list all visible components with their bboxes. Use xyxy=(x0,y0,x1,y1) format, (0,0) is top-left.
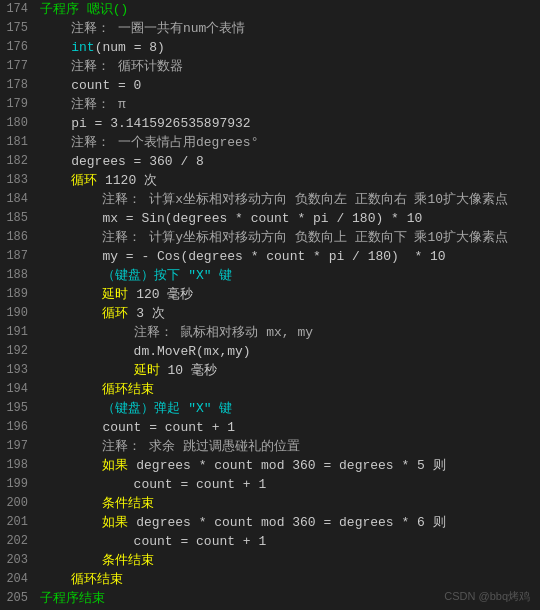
table-row: 178 count = 0 xyxy=(0,76,540,95)
line-content: 注释： π xyxy=(40,95,536,114)
line-number: 204 xyxy=(4,570,40,589)
table-row: 182 degrees = 360 / 8 xyxy=(0,152,540,171)
line-number: 195 xyxy=(4,399,40,418)
table-row: 177 注释： 循环计数器 xyxy=(0,57,540,76)
table-row: 201 如果 degrees * count mod 360 = degrees… xyxy=(0,513,540,532)
table-row: 185 mx = Sin(degrees * count * pi / 180)… xyxy=(0,209,540,228)
line-content: 循环 1120 次 xyxy=(40,171,536,190)
line-content: 循环结束 xyxy=(40,380,536,399)
line-content: int(num = 8) xyxy=(40,38,536,57)
line-number: 183 xyxy=(4,171,40,190)
line-content: dm.MoveR(mx,my) xyxy=(40,342,536,361)
table-row: 203 条件结束 xyxy=(0,551,540,570)
line-number: 192 xyxy=(4,342,40,361)
line-number: 194 xyxy=(4,380,40,399)
table-row: 196 count = count + 1 xyxy=(0,418,540,437)
line-number: 199 xyxy=(4,475,40,494)
line-number: 198 xyxy=(4,456,40,475)
line-number: 174 xyxy=(4,0,40,19)
line-content: 延时 120 毫秒 xyxy=(40,285,536,304)
table-row: 189 延时 120 毫秒 xyxy=(0,285,540,304)
line-number: 179 xyxy=(4,95,40,114)
line-number: 188 xyxy=(4,266,40,285)
line-number: 200 xyxy=(4,494,40,513)
line-number: 185 xyxy=(4,209,40,228)
table-row: 204 循环结束 xyxy=(0,570,540,589)
line-content: count = 0 xyxy=(40,76,536,95)
table-row: 191 注释： 鼠标相对移动 mx, my xyxy=(0,323,540,342)
line-number: 182 xyxy=(4,152,40,171)
watermark: CSDN @bbq烤鸡 xyxy=(444,589,530,604)
line-content: 条件结束 xyxy=(40,551,536,570)
line-number: 193 xyxy=(4,361,40,380)
line-content: 条件结束 xyxy=(40,494,536,513)
line-number: 202 xyxy=(4,532,40,551)
table-row: 188 （键盘）按下 "X" 键 xyxy=(0,266,540,285)
line-content: 子程序 嗯识() xyxy=(40,0,536,19)
line-content: 注释： 一圈一共有num个表情 xyxy=(40,19,536,38)
line-number: 175 xyxy=(4,19,40,38)
line-content: 注释： 计算x坐标相对移动方向 负数向左 正数向右 乘10扩大像素点 xyxy=(40,190,536,209)
line-content: 循环 3 次 xyxy=(40,304,536,323)
table-row: 186 注释： 计算y坐标相对移动方向 负数向上 正数向下 乘10扩大像素点 xyxy=(0,228,540,247)
line-content: my = - Cos(degrees * count * pi / 180) *… xyxy=(40,247,536,266)
line-number: 201 xyxy=(4,513,40,532)
line-number: 189 xyxy=(4,285,40,304)
line-number: 177 xyxy=(4,57,40,76)
table-row: 202 count = count + 1 xyxy=(0,532,540,551)
line-content: 循环结束 xyxy=(40,570,536,589)
table-row: 174子程序 嗯识() xyxy=(0,0,540,19)
table-row: 183 循环 1120 次 xyxy=(0,171,540,190)
table-row: 193 延时 10 毫秒 xyxy=(0,361,540,380)
table-row: 195 （键盘）弹起 "X" 键 xyxy=(0,399,540,418)
table-row: 199 count = count + 1 xyxy=(0,475,540,494)
line-content: 注释： 求余 跳过调愚碰礼的位置 xyxy=(40,437,536,456)
line-content: 如果 degrees * count mod 360 = degrees * 6… xyxy=(40,513,536,532)
table-row: 194 循环结束 xyxy=(0,380,540,399)
line-content: 延时 10 毫秒 xyxy=(40,361,536,380)
table-row: 175 注释： 一圈一共有num个表情 xyxy=(0,19,540,38)
line-content: （键盘）按下 "X" 键 xyxy=(40,266,536,285)
line-number: 181 xyxy=(4,133,40,152)
line-number: 187 xyxy=(4,247,40,266)
line-number: 176 xyxy=(4,38,40,57)
table-row: 187 my = - Cos(degrees * count * pi / 18… xyxy=(0,247,540,266)
table-row: 198 如果 degrees * count mod 360 = degrees… xyxy=(0,456,540,475)
line-number: 178 xyxy=(4,76,40,95)
line-content: count = count + 1 xyxy=(40,532,536,551)
code-editor: 174子程序 嗯识()175 注释： 一圈一共有num个表情176 int(nu… xyxy=(0,0,540,610)
line-number: 203 xyxy=(4,551,40,570)
line-content: 注释： 循环计数器 xyxy=(40,57,536,76)
table-row: 176 int(num = 8) xyxy=(0,38,540,57)
line-content: mx = Sin(degrees * count * pi / 180) * 1… xyxy=(40,209,536,228)
table-row: 200 条件结束 xyxy=(0,494,540,513)
line-content: degrees = 360 / 8 xyxy=(40,152,536,171)
line-number: 191 xyxy=(4,323,40,342)
line-number: 197 xyxy=(4,437,40,456)
line-content: （键盘）弹起 "X" 键 xyxy=(40,399,536,418)
table-row: 192 dm.MoveR(mx,my) xyxy=(0,342,540,361)
line-number: 184 xyxy=(4,190,40,209)
line-content: 注释： 计算y坐标相对移动方向 负数向上 正数向下 乘10扩大像素点 xyxy=(40,228,536,247)
table-row: 181 注释： 一个表情占用degrees° xyxy=(0,133,540,152)
line-content: count = count + 1 xyxy=(40,475,536,494)
line-content: 注释： 一个表情占用degrees° xyxy=(40,133,536,152)
line-content: pi = 3.1415926535897932 xyxy=(40,114,536,133)
table-row: 180 pi = 3.1415926535897932 xyxy=(0,114,540,133)
line-number: 180 xyxy=(4,114,40,133)
line-number: 205 xyxy=(4,589,40,608)
line-number: 196 xyxy=(4,418,40,437)
line-number: 190 xyxy=(4,304,40,323)
table-row: 179 注释： π xyxy=(0,95,540,114)
line-content: count = count + 1 xyxy=(40,418,536,437)
line-number: 186 xyxy=(4,228,40,247)
line-content: 如果 degrees * count mod 360 = degrees * 5… xyxy=(40,456,536,475)
table-row: 184 注释： 计算x坐标相对移动方向 负数向左 正数向右 乘10扩大像素点 xyxy=(0,190,540,209)
line-content: 注释： 鼠标相对移动 mx, my xyxy=(40,323,536,342)
table-row: 197 注释： 求余 跳过调愚碰礼的位置 xyxy=(0,437,540,456)
table-row: 190 循环 3 次 xyxy=(0,304,540,323)
